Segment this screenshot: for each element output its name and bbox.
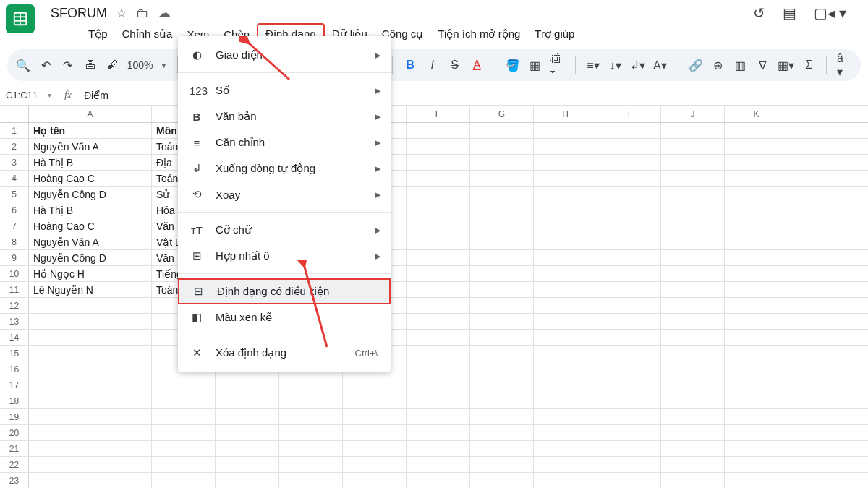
row-header-7[interactable]: 7 <box>0 218 29 234</box>
move-icon[interactable]: 🗀 <box>136 6 149 21</box>
sheets-logo[interactable] <box>6 4 35 33</box>
cell-J6[interactable] <box>661 202 725 218</box>
comment-icon[interactable]: ⊕ <box>710 56 726 74</box>
cell-J8[interactable] <box>661 234 725 249</box>
paint-format-icon[interactable]: 🖌 <box>105 56 120 74</box>
cell-A9[interactable]: Nguyễn Công D <box>29 250 152 265</box>
cell-G14[interactable] <box>470 330 534 345</box>
cell-A14[interactable] <box>29 330 152 345</box>
cell-I8[interactable] <box>597 234 661 249</box>
cell-F12[interactable] <box>407 298 470 313</box>
cell-J2[interactable] <box>661 139 725 154</box>
cell-H9[interactable] <box>534 250 597 265</box>
row-header-2[interactable]: 2 <box>0 139 29 154</box>
cell-A6[interactable]: Hà Thị B <box>29 202 152 218</box>
cell-B22[interactable] <box>152 457 216 472</box>
cell-F4[interactable] <box>407 171 470 186</box>
cell-I17[interactable] <box>597 377 661 393</box>
cell-I20[interactable] <box>597 425 661 440</box>
cell-A20[interactable] <box>29 425 152 440</box>
comments-icon[interactable]: ▤ <box>783 4 796 22</box>
cell-G1[interactable] <box>470 123 534 138</box>
cell-B23[interactable] <box>152 473 216 488</box>
cell-J18[interactable] <box>661 393 725 408</box>
cell-J1[interactable] <box>661 123 725 138</box>
cell-A3[interactable]: Hà Thị B <box>29 155 152 170</box>
cell-K7[interactable] <box>725 218 788 234</box>
cell-A7[interactable]: Hoàng Cao C <box>29 218 152 234</box>
cell-A22[interactable] <box>29 457 152 472</box>
cell-G3[interactable] <box>470 155 534 170</box>
cell-H5[interactable] <box>534 187 597 202</box>
cell-H16[interactable] <box>534 361 597 377</box>
row-header-12[interactable]: 12 <box>0 298 29 313</box>
row-header-14[interactable]: 14 <box>0 330 29 345</box>
valign-icon[interactable]: ↓▾ <box>608 56 623 74</box>
cell-G20[interactable] <box>470 425 534 440</box>
cell-E20[interactable] <box>343 425 407 440</box>
format-menu-giao-diện[interactable]: ◐Giao diện▶ <box>178 42 391 68</box>
cell-A21[interactable] <box>29 441 152 456</box>
cell-I4[interactable] <box>597 171 661 186</box>
cell-I10[interactable] <box>597 266 661 281</box>
cell-K14[interactable] <box>725 330 788 345</box>
cell-J22[interactable] <box>661 457 725 472</box>
cell-J19[interactable] <box>661 409 725 424</box>
cell-G23[interactable] <box>470 473 534 488</box>
cell-H8[interactable] <box>534 234 597 249</box>
cell-K22[interactable] <box>725 457 788 472</box>
cell-K11[interactable] <box>725 282 788 297</box>
cell-F3[interactable] <box>407 155 470 170</box>
cell-I3[interactable] <box>597 155 661 170</box>
cell-H10[interactable] <box>534 266 597 281</box>
cell-J17[interactable] <box>661 377 725 393</box>
row-header-11[interactable]: 11 <box>0 282 29 297</box>
cell-A11[interactable]: Lê Nguyễn N <box>29 282 152 297</box>
cell-F23[interactable] <box>407 473 470 488</box>
row-header-3[interactable]: 3 <box>0 155 29 170</box>
cell-G17[interactable] <box>470 377 534 393</box>
fill-color-icon[interactable]: 🪣 <box>505 56 520 74</box>
doc-title[interactable]: SFORUM <box>46 4 111 22</box>
format-menu-định-dạng-có-điều-kiện[interactable]: ⊟Định dạng có điều kiện <box>178 278 391 304</box>
redo-icon[interactable]: ↷ <box>60 56 75 74</box>
cell-I21[interactable] <box>597 441 661 456</box>
cell-K4[interactable] <box>725 171 788 186</box>
cell-I1[interactable] <box>597 123 661 138</box>
cell-A1[interactable]: Họ tên <box>29 123 152 138</box>
cell-J21[interactable] <box>661 441 725 456</box>
row-header-8[interactable]: 8 <box>0 234 29 249</box>
cell-A13[interactable] <box>29 314 152 329</box>
cloud-icon[interactable]: ☁ <box>158 5 171 21</box>
cell-F21[interactable] <box>407 441 470 456</box>
cell-F8[interactable] <box>407 234 470 249</box>
cell-F10[interactable] <box>407 266 470 281</box>
cell-H20[interactable] <box>534 425 597 440</box>
menu-tiện-ích-mở-rộng[interactable]: Tiện ích mở rộng <box>430 25 527 43</box>
row-header-6[interactable]: 6 <box>0 202 29 218</box>
cell-G22[interactable] <box>470 457 534 472</box>
cell-D20[interactable] <box>279 425 343 440</box>
cell-J10[interactable] <box>661 266 725 281</box>
row-header-16[interactable]: 16 <box>0 361 29 377</box>
cell-C18[interactable] <box>216 393 279 408</box>
functions-icon[interactable]: Σ <box>801 56 817 74</box>
cell-H2[interactable] <box>534 139 597 154</box>
cell-E21[interactable] <box>343 441 407 456</box>
cell-F11[interactable] <box>407 282 470 297</box>
col-header-K[interactable]: K <box>725 106 788 122</box>
cell-I5[interactable] <box>597 187 661 202</box>
cell-G6[interactable] <box>470 202 534 218</box>
cell-D23[interactable] <box>279 473 343 488</box>
cell-C19[interactable] <box>216 409 279 424</box>
cell-F2[interactable] <box>407 139 470 154</box>
cell-A19[interactable] <box>29 409 152 424</box>
cell-H22[interactable] <box>534 457 597 472</box>
cell-C17[interactable] <box>216 377 279 393</box>
cell-B19[interactable] <box>152 409 216 424</box>
cell-C21[interactable] <box>216 441 279 456</box>
filter-icon[interactable]: ∇ <box>755 56 770 74</box>
cell-F13[interactable] <box>407 314 470 329</box>
cell-D18[interactable] <box>279 393 343 408</box>
borders-icon[interactable]: ▦ <box>527 56 542 74</box>
